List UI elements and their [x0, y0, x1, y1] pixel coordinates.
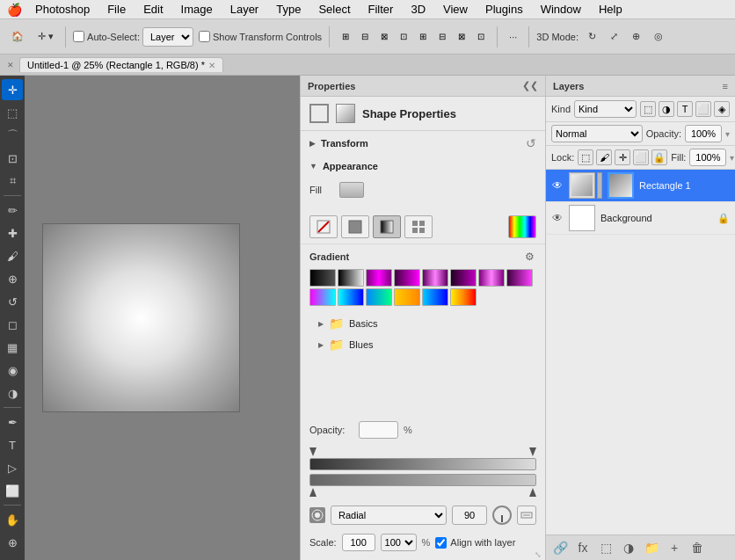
gradient-stop-bottom-right[interactable]: [529, 488, 536, 497]
group-layers-btn[interactable]: 📁: [643, 539, 660, 556]
delete-layer-btn[interactable]: 🗑: [688, 539, 706, 556]
menu-select[interactable]: Select: [311, 1, 357, 18]
lock-artboard-btn[interactable]: ⬜: [633, 149, 649, 165]
tab-close-btn[interactable]: ✕: [208, 61, 215, 70]
gradient-stop-right[interactable]: [529, 447, 536, 456]
distribute-h-button[interactable]: ⊠: [453, 28, 470, 46]
marquee-tool[interactable]: ⬚: [2, 102, 23, 123]
scale-dropdown[interactable]: 100: [381, 534, 417, 551]
angle-input[interactable]: [452, 505, 487, 525]
gradient-swatch-12[interactable]: [422, 288, 448, 306]
threed-orbit-button[interactable]: ◎: [650, 28, 667, 45]
menu-layer[interactable]: Layer: [223, 1, 266, 18]
gradient-swatch-10[interactable]: [366, 288, 392, 306]
fill-dropdown-icon[interactable]: ▾: [730, 153, 734, 163]
gradient-swatch-13[interactable]: [450, 288, 477, 306]
layers-menu-icon[interactable]: ≡: [723, 81, 728, 91]
gradient-type-select[interactable]: Radial Linear Angle Reflected Diamond: [331, 505, 447, 525]
menu-3d[interactable]: 3D: [404, 1, 433, 18]
properties-collapse-icon[interactable]: ❮❮: [522, 80, 538, 91]
menu-plugins[interactable]: Plugins: [478, 1, 530, 18]
more-button[interactable]: ···: [505, 29, 521, 45]
gradient-swatch-9[interactable]: [338, 288, 364, 306]
menu-file[interactable]: File: [100, 1, 133, 18]
gradient-swatch-8[interactable]: [309, 288, 336, 306]
lock-image-btn[interactable]: 🖌: [596, 149, 612, 165]
home-button[interactable]: 🏠: [7, 28, 28, 45]
gradient-swatch-11[interactable]: [394, 288, 420, 306]
autoselect-label[interactable]: Auto-Select: Layer: [73, 27, 193, 47]
gradient-swatch-4[interactable]: [422, 269, 448, 287]
move-tool[interactable]: ✛: [2, 79, 23, 100]
gradient-bar-bottom[interactable]: [309, 474, 536, 486]
fill-swatch[interactable]: [339, 182, 364, 198]
apple-logo[interactable]: 🍎: [7, 3, 21, 17]
history-brush[interactable]: ↺: [2, 291, 23, 312]
opacity-field[interactable]: [685, 125, 722, 142]
move-tool-button[interactable]: ✛ ▾: [33, 28, 58, 45]
threed-rotate-button[interactable]: ↻: [584, 28, 600, 45]
threed-pan-button[interactable]: ⤢: [606, 28, 622, 45]
adjustment-filter-icon[interactable]: ◑: [659, 101, 674, 117]
dodge-tool[interactable]: ◑: [2, 382, 23, 404]
opacity-input[interactable]: [359, 421, 398, 439]
distribute-v-button[interactable]: ⊡: [472, 28, 490, 46]
transform-label[interactable]: Show Transform Controls: [199, 31, 322, 42]
gradient-stop-left[interactable]: [309, 447, 317, 456]
pen-tool[interactable]: ✒: [2, 411, 23, 433]
link-layers-btn[interactable]: 🔗: [551, 539, 569, 556]
gradient-settings-icon[interactable]: ⚙: [522, 250, 536, 264]
threed-zoom-button[interactable]: ⊕: [628, 28, 644, 45]
fill-solid-btn[interactable]: [341, 215, 369, 238]
kind-select[interactable]: Kind: [574, 100, 637, 118]
path-select-tool[interactable]: ▷: [2, 457, 23, 478]
align-center-button[interactable]: ⊟: [356, 28, 374, 46]
eyedropper-tool[interactable]: ✏: [2, 200, 23, 221]
reverse-gradient-btn[interactable]: [517, 505, 536, 525]
gradient-swatch-6[interactable]: [478, 269, 505, 287]
clone-tool[interactable]: ⊕: [2, 268, 23, 289]
transform-checkbox[interactable]: [199, 31, 210, 42]
basics-folder-row[interactable]: ▶ 📁 Basics: [301, 313, 545, 334]
align-middle-button[interactable]: ⊞: [414, 28, 432, 46]
gradient-swatch-1[interactable]: [338, 269, 364, 287]
healing-tool[interactable]: ✚: [2, 222, 23, 244]
hand-tool[interactable]: ✋: [2, 509, 23, 530]
fill-none-btn[interactable]: [309, 215, 338, 238]
menu-filter[interactable]: Filter: [361, 1, 401, 18]
fill-gradient-btn[interactable]: [373, 215, 401, 238]
align-bottom-button[interactable]: ⊟: [433, 28, 451, 46]
blend-mode-select[interactable]: Normal: [551, 125, 643, 142]
transform-section-header[interactable]: ▶ Transform ↺: [301, 131, 545, 156]
gradient-swatch-7[interactable]: [506, 269, 533, 287]
layer-visibility-rectangle-1[interactable]: 👁: [551, 179, 564, 192]
menu-image[interactable]: Image: [174, 1, 220, 18]
menu-edit[interactable]: Edit: [136, 1, 170, 18]
align-right-button[interactable]: ⊠: [375, 28, 393, 46]
object-select-tool[interactable]: ⊡: [2, 148, 23, 169]
brush-tool[interactable]: 🖌: [2, 245, 23, 266]
gradient-stop-bottom-left[interactable]: [309, 488, 317, 497]
gradient-swatch-5[interactable]: [450, 269, 477, 287]
scale-input[interactable]: [342, 534, 375, 551]
add-fx-btn[interactable]: fx: [574, 539, 592, 556]
align-left-button[interactable]: ⊞: [337, 28, 354, 46]
add-mask-btn[interactable]: ⬚: [597, 539, 615, 556]
appearance-section-header[interactable]: ▼ Appearance: [301, 156, 545, 177]
gradient-swatch-0[interactable]: [309, 269, 336, 287]
layer-background[interactable]: 👁 Background 🔒: [546, 202, 735, 235]
lock-transparent-btn[interactable]: ⬚: [578, 149, 593, 165]
autoselect-checkbox[interactable]: [73, 31, 84, 42]
fill-pattern-btn[interactable]: [404, 215, 433, 238]
menu-help[interactable]: Help: [592, 1, 629, 18]
tab-close-icon[interactable]: ✕: [5, 60, 16, 70]
angle-wheel[interactable]: [492, 505, 512, 525]
text-tool[interactable]: T: [2, 434, 23, 455]
autoselect-select[interactable]: Layer: [142, 27, 193, 47]
canvas-area[interactable]: [25, 76, 300, 560]
lock-position-btn[interactable]: ✛: [615, 149, 630, 165]
gradient-tool[interactable]: ▦: [2, 337, 23, 358]
menu-view[interactable]: View: [436, 1, 475, 18]
menu-window[interactable]: Window: [534, 1, 588, 18]
opacity-dropdown-icon[interactable]: ▾: [725, 129, 730, 139]
